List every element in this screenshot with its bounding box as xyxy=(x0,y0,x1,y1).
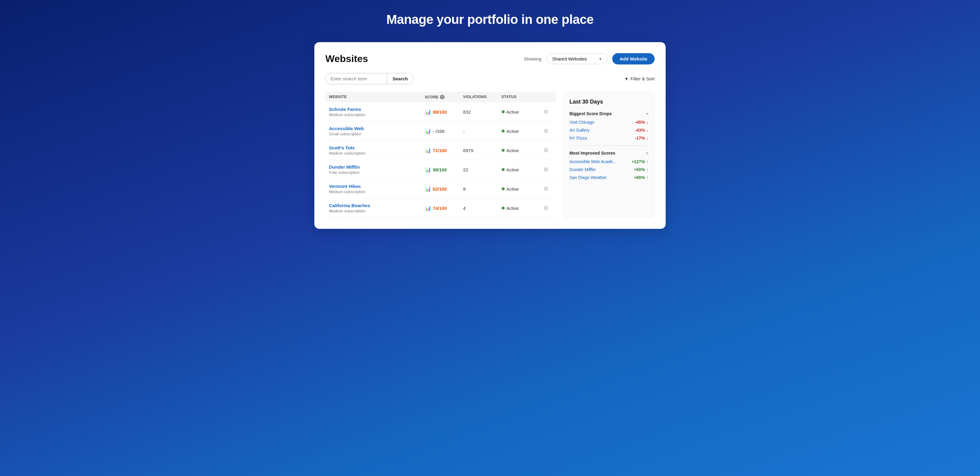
gear-button[interactable]: ⚙ xyxy=(540,108,552,115)
gear-button[interactable]: ⚙ xyxy=(540,185,552,192)
score-cell: 📊 62/100 xyxy=(425,186,463,192)
score-value: 71/100 xyxy=(433,148,447,153)
improved-value-2: +50% ↑ xyxy=(634,167,648,172)
score-info-icon[interactable]: i xyxy=(440,95,444,99)
status-label: Active xyxy=(506,167,519,172)
site-subscription: Medium subscription xyxy=(329,112,425,117)
drop-link-1[interactable]: Visit Chicago xyxy=(570,120,594,125)
table-row: Schrute Farms Medium subscription 📊 88/1… xyxy=(325,102,556,122)
score-value: 98/100 xyxy=(433,167,447,172)
sidebar-improved-row: Dunder Mifflin +50% ↑ xyxy=(570,167,648,172)
site-name-link[interactable]: Schrute Farms xyxy=(329,107,425,112)
drop-value-1: -45% ↓ xyxy=(635,120,648,125)
score-value: 88/100 xyxy=(433,109,447,115)
score-cell: 📊 74/100 xyxy=(425,205,463,211)
gear-button[interactable]: ⚙ xyxy=(540,128,552,134)
improved-link-2[interactable]: Dunder Mifflin xyxy=(570,167,596,172)
violations-value: 4 xyxy=(463,205,501,211)
site-info: Scott's Tots Medium subscription xyxy=(329,145,425,156)
status-label: Active xyxy=(506,205,519,211)
improved-link-1[interactable]: Accessible Web Acade... xyxy=(570,159,616,164)
table-row: Vermont Hikes Medium subscription 📊 62/1… xyxy=(325,179,556,199)
gear-button[interactable]: ⚙ xyxy=(540,147,552,154)
col-status: STATUS xyxy=(502,95,540,99)
gear-button[interactable]: ⚙ xyxy=(540,166,552,173)
site-info: Accessible Web Small subscription xyxy=(329,126,425,136)
search-box: Search xyxy=(325,73,414,84)
status-dot xyxy=(502,129,505,132)
bar-chart-icon: 📊 xyxy=(425,167,431,173)
score-cell: 📊 - /100 xyxy=(425,128,463,134)
site-name-link[interactable]: California Beaches xyxy=(329,203,425,208)
site-name-link[interactable]: Dunder Mifflin xyxy=(329,164,425,170)
score-cell: 📊 98/100 xyxy=(425,167,463,173)
col-score: SCORE i xyxy=(425,95,463,99)
status-dot xyxy=(502,207,505,210)
card-header: Websites Showing Shared Websites ▾ Add W… xyxy=(325,53,655,64)
sidebar-divider xyxy=(570,145,648,146)
bar-chart-icon: 📊 xyxy=(425,205,431,211)
drop-link-3[interactable]: NY Pizza xyxy=(570,136,587,140)
site-info: Vermont Hikes Medium subscription xyxy=(329,184,425,194)
site-subscription: Medium subscription xyxy=(329,189,425,194)
violations-value: 22 xyxy=(463,167,501,172)
showing-dropdown[interactable]: Shared Websites ▾ xyxy=(546,54,607,64)
table-row: Accessible Web Small subscription 📊 - /1… xyxy=(325,122,556,141)
filter-sort-button[interactable]: ▼ Filter & Sort xyxy=(624,76,655,81)
col-violations: VIOLATIONS xyxy=(463,95,501,99)
site-subscription: Medium subscription xyxy=(329,151,425,156)
violations-value: - xyxy=(463,129,501,134)
status-cell: Active xyxy=(502,167,540,172)
main-content: WEBSITE SCORE i VIOLATIONS STATUS Schrut… xyxy=(325,92,655,218)
status-dot xyxy=(502,187,505,190)
site-name-link[interactable]: Accessible Web xyxy=(329,126,425,131)
violations-value: 8 xyxy=(463,186,501,191)
showing-value: Shared Websites xyxy=(552,56,587,61)
score-cell: 📊 71/100 xyxy=(425,148,463,153)
add-website-button[interactable]: Add Website xyxy=(612,53,655,64)
sidebar: Last 30 Days Biggest Score Drops ≡ Visit… xyxy=(563,92,655,218)
site-info: Dunder Mifflin Free subscription xyxy=(329,164,425,175)
filter-bars-icon-2: ≡ xyxy=(646,151,648,156)
showing-label: Showing xyxy=(524,56,542,61)
hero-title: Manage your portfolio in one place xyxy=(387,12,593,27)
status-label: Active xyxy=(506,109,519,115)
chevron-down-icon: ▾ xyxy=(599,57,601,61)
col-website: WEBSITE xyxy=(329,95,425,99)
sidebar-drop-row: Art Gallery -43% ↓ xyxy=(570,128,648,132)
site-subscription: Free subscription xyxy=(329,170,425,175)
bar-chart-icon: 📊 xyxy=(425,186,431,192)
bar-chart-icon: 📊 xyxy=(425,128,431,134)
table-header: WEBSITE SCORE i VIOLATIONS STATUS xyxy=(325,92,556,102)
status-cell: Active xyxy=(502,129,540,134)
site-info: Schrute Farms Medium subscription xyxy=(329,107,425,117)
sidebar-drop-row: NY Pizza -17% ↓ xyxy=(570,136,648,140)
bar-chart-icon: 📊 xyxy=(425,148,431,153)
violations-value: 832 xyxy=(463,109,501,115)
score-value: 62/100 xyxy=(433,186,447,191)
search-button[interactable]: Search xyxy=(387,73,413,84)
site-subscription: Small subscription xyxy=(329,132,425,136)
main-card: Websites Showing Shared Websites ▾ Add W… xyxy=(314,42,666,229)
drop-link-2[interactable]: Art Gallery xyxy=(570,128,590,132)
table-row: Dunder Mifflin Free subscription 📊 98/10… xyxy=(325,160,556,179)
site-name-link[interactable]: Vermont Hikes xyxy=(329,184,425,189)
status-label: Active xyxy=(506,186,519,191)
drop-value-2: -43% ↓ xyxy=(635,128,648,132)
header-right: Showing Shared Websites ▾ Add Website xyxy=(524,53,655,64)
table-row: Scott's Tots Medium subscription 📊 71/10… xyxy=(325,141,556,160)
status-cell: Active xyxy=(502,148,540,153)
site-name-link[interactable]: Scott's Tots xyxy=(329,145,425,150)
search-input[interactable] xyxy=(326,73,387,84)
filter-bars-icon: ≡ xyxy=(646,111,648,116)
filter-sort-label: Filter & Sort xyxy=(630,76,655,81)
sidebar-improved-row: Accessible Web Acade... +127% ↑ xyxy=(570,159,648,164)
site-info: California Beaches Medium subscription xyxy=(329,203,425,213)
bar-chart-icon: 📊 xyxy=(425,109,431,115)
status-cell: Active xyxy=(502,186,540,191)
sidebar-drops-header: Biggest Score Drops ≡ xyxy=(570,111,648,116)
gear-button[interactable]: ⚙ xyxy=(540,205,552,212)
col-actions xyxy=(540,95,552,99)
sidebar-drop-row: Visit Chicago -45% ↓ xyxy=(570,120,648,125)
improved-link-3[interactable]: San Diego Weather xyxy=(570,175,607,180)
